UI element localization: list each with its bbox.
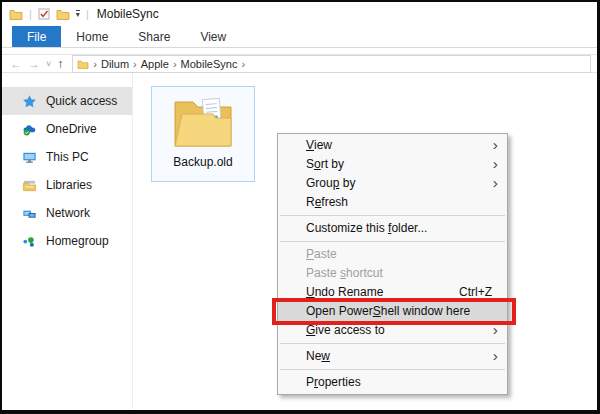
menu-item-refresh[interactable]: Refresh bbox=[278, 193, 507, 212]
folder-item-backup-old[interactable]: Backup.old bbox=[151, 86, 255, 182]
menu-label: Ne bbox=[306, 347, 321, 366]
menu-label: ive access to bbox=[315, 321, 384, 340]
address-bar[interactable]: Dilum Apple MobileSync bbox=[72, 55, 591, 73]
tab-file[interactable]: File bbox=[12, 26, 61, 47]
menu-separator bbox=[280, 241, 505, 242]
menu-label: aste bbox=[314, 245, 337, 264]
menu-separator bbox=[280, 369, 505, 370]
menu-item-undo-rename[interactable]: Undo Rename Ctrl+Z bbox=[278, 283, 507, 302]
qat-dropdown-icon[interactable]: ▾ bbox=[76, 10, 80, 18]
menu-item-view[interactable]: View bbox=[278, 136, 507, 155]
menu-item-new[interactable]: New bbox=[278, 347, 507, 366]
menu-label: Open Power bbox=[306, 302, 373, 321]
menu-separator bbox=[280, 215, 505, 216]
sidebar-item-label: OneDrive bbox=[46, 122, 97, 136]
menu-label: ndo Rename bbox=[315, 283, 384, 302]
menu-item-properties[interactable]: Properties bbox=[278, 373, 507, 392]
menu-label: fresh bbox=[321, 193, 348, 212]
sidebar-item-label: This PC bbox=[46, 150, 89, 164]
title-bar: | ▾ | MobileSync bbox=[2, 2, 597, 26]
network-computers-icon bbox=[22, 206, 37, 221]
menu-label-accesskey: S bbox=[373, 302, 381, 321]
menu-label-accesskey: p bbox=[333, 174, 340, 193]
tab-home[interactable]: Home bbox=[61, 26, 123, 47]
menu-item-open-powershell-window-here[interactable]: Open PowerShell window here bbox=[278, 302, 507, 321]
chevron-right-icon[interactable] bbox=[173, 58, 177, 70]
sidebar-item-label: Quick access bbox=[46, 94, 117, 108]
menu-label: operties bbox=[318, 373, 361, 392]
back-arrow-icon[interactable] bbox=[10, 58, 22, 70]
navigation-toolbar: Dilum Apple MobileSync bbox=[2, 55, 597, 73]
submenu-arrow-icon bbox=[493, 321, 498, 340]
sidebar-item-libraries[interactable]: Libraries bbox=[2, 171, 132, 199]
tab-share[interactable]: Share bbox=[123, 26, 185, 47]
menu-label: Customize this bbox=[306, 219, 388, 238]
recent-locations-icon[interactable] bbox=[46, 57, 51, 70]
folder-icon bbox=[77, 59, 89, 69]
folder-icon bbox=[9, 8, 23, 20]
sidebar-item-onedrive[interactable]: OneDrive bbox=[2, 115, 132, 143]
menu-label-accesskey: P bbox=[306, 245, 314, 264]
sidebar-item-label: Network bbox=[46, 206, 90, 220]
forward-arrow-icon[interactable] bbox=[28, 58, 40, 70]
menu-label: hortcut bbox=[346, 264, 383, 283]
separator: | bbox=[29, 8, 32, 20]
breadcrumb-dilum[interactable]: Dilum bbox=[101, 58, 129, 70]
menu-label: rt by bbox=[321, 155, 344, 174]
breadcrumb-mobilesync[interactable]: MobileSync bbox=[181, 58, 238, 70]
submenu-arrow-icon bbox=[493, 155, 498, 174]
chevron-right-icon[interactable] bbox=[133, 58, 137, 70]
star-icon bbox=[22, 94, 37, 109]
menu-item-give-access-to[interactable]: Give access to bbox=[278, 321, 507, 340]
window-title: MobileSync bbox=[97, 7, 159, 21]
menu-label: S bbox=[306, 155, 314, 174]
homegroup-icon bbox=[22, 234, 37, 249]
menu-item-paste: Paste bbox=[278, 245, 507, 264]
menu-item-sort-by[interactable]: Sort by bbox=[278, 155, 507, 174]
sidebar-item-this-pc[interactable]: This PC bbox=[2, 143, 132, 171]
menu-label: iew bbox=[314, 136, 332, 155]
open-folder-with-documents-icon bbox=[167, 92, 239, 152]
sidebar-item-label: Homegroup bbox=[46, 234, 109, 248]
folder-item-label: Backup.old bbox=[173, 155, 232, 169]
menu-label-accesskey: G bbox=[306, 321, 315, 340]
folder-icon[interactable] bbox=[56, 8, 70, 20]
navigation-pane: Quick access OneDrive This PC Libraries … bbox=[2, 73, 133, 409]
up-arrow-icon[interactable] bbox=[57, 58, 63, 70]
sidebar-item-homegroup[interactable]: Homegroup bbox=[2, 227, 132, 255]
monitor-icon bbox=[22, 150, 37, 165]
ribbon-tab-bar: File Home Share View bbox=[2, 26, 597, 48]
menu-separator bbox=[280, 343, 505, 344]
context-menu: View Sort by Group by Refresh Customize … bbox=[277, 133, 508, 395]
menu-label: older... bbox=[391, 219, 427, 238]
menu-label: hell window here bbox=[381, 302, 470, 321]
menu-label-accesskey: e bbox=[315, 193, 322, 212]
menu-label-accesskey: w bbox=[321, 347, 330, 366]
menu-label: Grou bbox=[306, 174, 333, 193]
menu-label-accesskey: o bbox=[314, 155, 321, 174]
file-explorer-window: | ▾ | MobileSync File Home Share View Di… bbox=[0, 0, 600, 414]
sidebar-item-network[interactable]: Network bbox=[2, 199, 132, 227]
menu-label-accesskey: V bbox=[306, 136, 314, 155]
submenu-arrow-icon bbox=[493, 136, 498, 155]
breadcrumb-apple[interactable]: Apple bbox=[141, 58, 169, 70]
submenu-arrow-icon bbox=[493, 174, 498, 193]
tab-view[interactable]: View bbox=[185, 26, 241, 47]
menu-item-paste-shortcut: Paste shortcut bbox=[278, 264, 507, 283]
chevron-right-icon bbox=[93, 58, 97, 70]
checkbox-icon[interactable] bbox=[38, 8, 50, 20]
menu-item-customize-this-folder[interactable]: Customize this folder... bbox=[278, 219, 507, 238]
menu-label: R bbox=[306, 193, 315, 212]
sidebar-item-label: Libraries bbox=[46, 178, 92, 192]
menu-label: by bbox=[339, 174, 355, 193]
submenu-arrow-icon bbox=[493, 347, 498, 366]
menu-label: P bbox=[306, 373, 314, 392]
onedrive-cloud-icon bbox=[22, 122, 37, 137]
menu-item-group-by[interactable]: Group by bbox=[278, 174, 507, 193]
menu-shortcut: Ctrl+Z bbox=[459, 283, 492, 302]
menu-label: Paste bbox=[306, 264, 340, 283]
menu-label-accesskey: U bbox=[306, 283, 315, 302]
separator: | bbox=[86, 8, 89, 20]
sidebar-item-quick-access[interactable]: Quick access bbox=[2, 87, 132, 115]
chevron-right-icon[interactable] bbox=[241, 58, 245, 70]
